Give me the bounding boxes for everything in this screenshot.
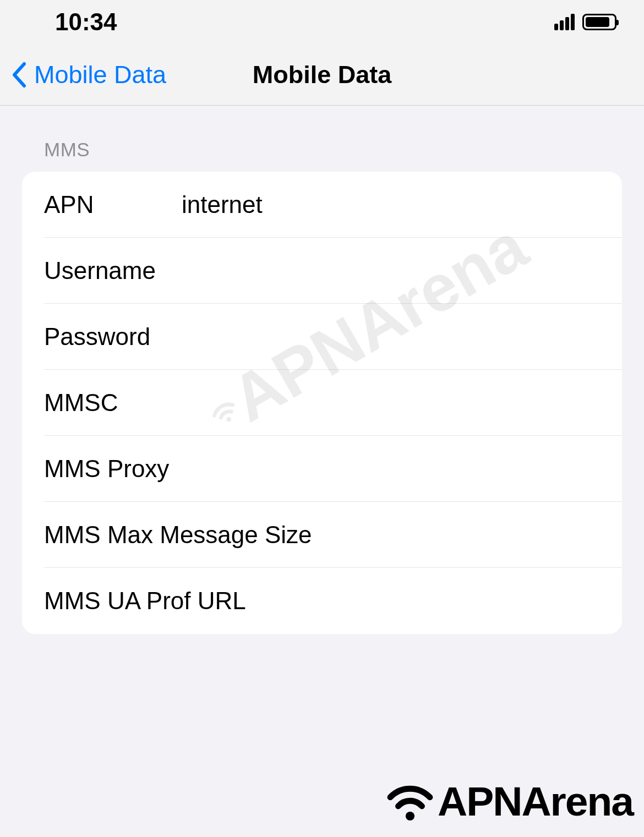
status-icons [554,14,616,30]
mms-ua-prof-input[interactable] [246,587,600,615]
back-label: Mobile Data [34,61,166,89]
settings-group-mms: APN Username Password MMSC MMS Proxy MMS… [22,172,622,634]
row-mms-ua-prof[interactable]: MMS UA Prof URL [22,568,622,634]
row-password[interactable]: Password [22,304,622,370]
content: MMS APN Username Password MMSC MMS Proxy… [0,106,644,634]
row-mms-proxy[interactable]: MMS Proxy [22,436,622,502]
wifi-icon [385,776,435,826]
chevron-left-icon [11,62,28,88]
row-label-password: Password [44,323,176,351]
row-username[interactable]: Username [22,238,622,304]
page-title: Mobile Data [253,61,392,89]
status-time: 10:34 [55,8,117,36]
row-label-apn: APN [44,191,176,218]
row-label-username: Username [44,257,176,285]
battery-icon [582,14,616,30]
nav-bar: Mobile Data Mobile Data [0,44,644,106]
row-label-mms-proxy: MMS Proxy [44,455,176,483]
back-button[interactable]: Mobile Data [11,61,166,89]
row-label-mms-ua-prof: MMS UA Prof URL [44,587,246,615]
section-header-mms: MMS [22,139,622,161]
mmsc-input[interactable] [176,389,600,417]
watermark-bottom-text: APNArena [438,778,633,825]
mms-proxy-input[interactable] [176,455,600,483]
row-mmsc[interactable]: MMSC [22,370,622,436]
row-label-mmsc: MMSC [44,389,176,417]
status-bar: 10:34 [0,0,644,44]
row-apn[interactable]: APN [22,172,622,238]
row-label-mms-max-size: MMS Max Message Size [44,521,312,549]
mms-max-size-input[interactable] [312,521,620,549]
svg-point-1 [406,812,414,820]
signal-icon [554,14,575,30]
username-input[interactable] [176,257,600,285]
password-input[interactable] [176,323,600,351]
watermark-bottom: APNArena [385,776,633,826]
apn-input[interactable] [176,191,600,218]
row-mms-max-size[interactable]: MMS Max Message Size [22,502,622,568]
